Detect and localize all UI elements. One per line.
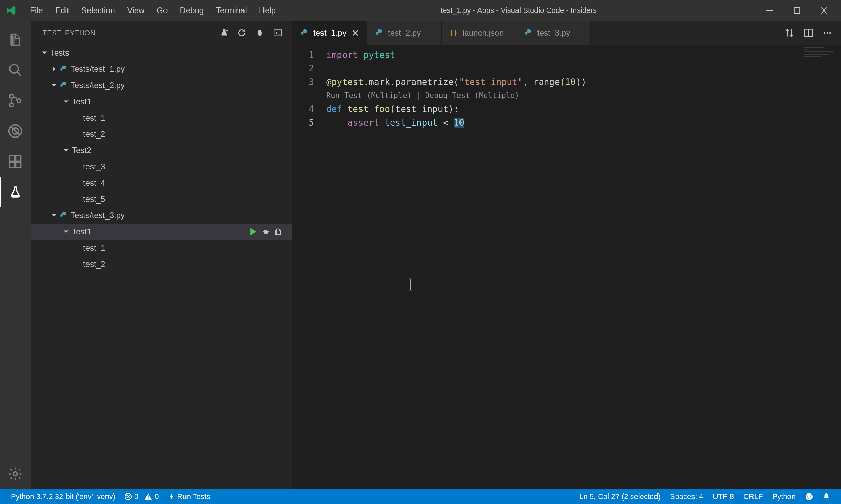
status-encoding[interactable]: UTF-8: [708, 492, 739, 501]
tree-test[interactable]: test_2: [31, 126, 292, 142]
tree-file[interactable]: Tests/test_3.py: [31, 207, 292, 223]
notifications-icon[interactable]: [818, 492, 835, 501]
menu-selection[interactable]: Selection: [76, 3, 120, 18]
menu-debug[interactable]: Debug: [174, 3, 209, 18]
vscode-icon: [5, 4, 18, 17]
run-icon[interactable]: [250, 228, 257, 235]
code-content[interactable]: import pytest @pytest.mark.parametrize("…: [326, 45, 841, 489]
python-icon: [60, 211, 68, 219]
status-language[interactable]: Python: [768, 492, 801, 501]
sidebar-header: TEST: PYTHON: [31, 21, 292, 45]
tree-label: Test2: [72, 146, 91, 155]
tab-launch[interactable]: launch.json: [442, 21, 516, 45]
tree-test[interactable]: test_1: [31, 110, 292, 126]
output-icon[interactable]: [273, 29, 282, 37]
tree-test[interactable]: test_4: [31, 175, 292, 191]
minimap[interactable]: [804, 48, 838, 61]
chevron-down-icon[interactable]: [63, 229, 72, 235]
source-control-icon[interactable]: [0, 85, 31, 116]
tree-test[interactable]: test_5: [31, 191, 292, 207]
debug-icon[interactable]: [0, 116, 31, 146]
chevron-down-icon[interactable]: [63, 98, 72, 105]
compare-icon[interactable]: [785, 28, 794, 38]
chevron-down-icon[interactable]: [41, 50, 50, 56]
menu-view[interactable]: View: [122, 3, 150, 18]
json-icon: [450, 29, 458, 37]
svg-rect-7: [10, 156, 15, 161]
debug-icon[interactable]: [262, 228, 270, 236]
menu-go[interactable]: Go: [151, 3, 173, 18]
open-file-icon[interactable]: [275, 228, 282, 235]
extensions-icon[interactable]: [0, 146, 31, 177]
editor-tabs: test_1.py test_2.py launch.json test_3.p…: [292, 21, 841, 45]
svg-point-14: [264, 230, 268, 234]
sidebar-title: TEST: PYTHON: [43, 29, 95, 37]
status-python[interactable]: Python 3.7.2 32-bit ('env': venv): [6, 492, 120, 501]
menu-bar: File Edit Selection View Go Debug Termin…: [24, 3, 281, 18]
chevron-down-icon[interactable]: [51, 82, 60, 88]
python-icon: [60, 81, 68, 89]
titlebar: File Edit Selection View Go Debug Termin…: [0, 0, 841, 21]
svg-rect-8: [10, 162, 15, 167]
settings-icon[interactable]: [0, 458, 31, 489]
debug-all-icon[interactable]: [255, 28, 264, 38]
tree-test[interactable]: test_2: [31, 256, 292, 272]
code-editor[interactable]: 1 2 3 4 5 import pytest @pytest.mark.par…: [292, 45, 841, 489]
tab-label: test_1.py: [313, 28, 346, 38]
status-run-tests[interactable]: Run Tests: [164, 492, 215, 501]
menu-edit[interactable]: Edit: [50, 3, 74, 18]
menu-file[interactable]: File: [24, 3, 49, 18]
tab-test3[interactable]: test_3.py: [516, 21, 591, 45]
tree-root[interactable]: Tests: [31, 45, 292, 61]
status-problems[interactable]: 0 0: [120, 492, 164, 501]
tree-label: test_2: [83, 129, 105, 139]
svg-point-11: [14, 472, 17, 476]
window-controls: [756, 0, 838, 21]
refresh-icon[interactable]: [237, 29, 246, 37]
tree-file[interactable]: Tests/test_2.py: [31, 77, 292, 93]
more-icon[interactable]: [823, 28, 832, 38]
chevron-down-icon[interactable]: [63, 147, 72, 154]
tree-label: Tests: [50, 48, 69, 58]
codelens[interactable]: Run Test (Multiple) | Debug Test (Multip…: [326, 89, 841, 102]
tree-suite[interactable]: Test2: [31, 142, 292, 159]
discover-tests-icon[interactable]: [220, 29, 228, 37]
close-icon[interactable]: [352, 30, 358, 36]
close-button[interactable]: [810, 0, 838, 21]
svg-point-1: [10, 65, 19, 73]
menu-terminal[interactable]: Terminal: [210, 3, 252, 18]
tree-label: test_4: [83, 178, 105, 188]
test-icon[interactable]: [0, 177, 31, 207]
menu-help[interactable]: Help: [254, 3, 281, 18]
tree-test[interactable]: test_3: [31, 159, 292, 175]
sidebar-actions: [220, 28, 282, 38]
tree-label: Tests/test_1.py: [70, 64, 125, 74]
tree-suite[interactable]: Test1: [31, 93, 292, 110]
status-spaces[interactable]: Spaces: 4: [665, 492, 708, 501]
tree-label: Tests/test_2.py: [70, 80, 125, 90]
chevron-down-icon[interactable]: [51, 212, 60, 218]
test-sidebar: TEST: PYTHON Tests Tests/test_1.py: [31, 21, 292, 489]
test-tree[interactable]: Tests Tests/test_1.py Tests/test_2.py Te…: [31, 45, 292, 489]
tab-test2[interactable]: test_2.py: [367, 21, 442, 45]
tab-test1[interactable]: test_1.py: [292, 21, 367, 45]
status-eol[interactable]: CRLF: [739, 492, 768, 501]
explorer-icon[interactable]: [0, 24, 31, 55]
svg-point-2: [10, 94, 14, 98]
maximize-button[interactable]: [783, 0, 810, 21]
line-gutter: 1 2 3 4 5: [292, 45, 326, 489]
tree-suite-selected[interactable]: Test1: [31, 223, 292, 240]
status-cursor[interactable]: Ln 5, Col 27 (2 selected): [574, 492, 665, 501]
svg-rect-13: [274, 30, 281, 36]
tree-label: Test1: [72, 97, 91, 106]
minimize-button[interactable]: [756, 0, 783, 21]
feedback-icon[interactable]: [800, 492, 818, 501]
search-icon[interactable]: [0, 55, 31, 85]
split-editor-icon[interactable]: [804, 28, 813, 38]
tree-test[interactable]: test_1: [31, 240, 292, 256]
svg-point-17: [827, 32, 828, 34]
chevron-right-icon[interactable]: [51, 66, 60, 72]
tree-file[interactable]: Tests/test_1.py: [31, 61, 292, 77]
tree-label: Test1: [72, 227, 91, 236]
svg-point-12: [258, 32, 262, 36]
